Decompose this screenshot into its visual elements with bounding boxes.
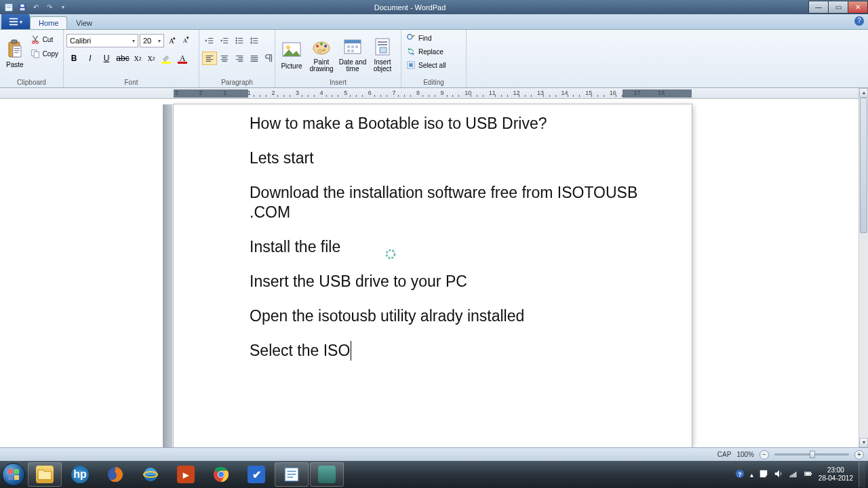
battery-icon[interactable] (804, 469, 813, 480)
taskbar-hp[interactable]: hp (63, 462, 97, 487)
window-title: Document - WordPad (72, 3, 809, 12)
zoom-in-button[interactable]: + (854, 450, 864, 460)
shrink-font-button[interactable]: A▾ (179, 34, 191, 47)
increase-indent-button[interactable] (217, 34, 232, 47)
underline-button[interactable]: U (99, 52, 114, 65)
taskbar-app-teal[interactable] (310, 462, 344, 487)
network-icon[interactable] (789, 469, 798, 480)
picture-button[interactable]: Picture (278, 31, 305, 77)
svg-point-16 (36, 41, 39, 44)
taskbar-app-blue[interactable]: ✔ (239, 462, 273, 487)
volume-icon[interactable] (774, 469, 783, 480)
taskbar-firefox[interactable] (98, 462, 132, 487)
scroll-up-button[interactable]: ▴ (859, 88, 868, 98)
svg-rect-8 (9, 24, 18, 26)
svg-rect-49 (288, 474, 296, 475)
scroll-thumb[interactable] (860, 98, 867, 233)
svg-rect-39 (409, 63, 412, 66)
svg-rect-33 (378, 41, 387, 43)
editing-group-label: Editing (404, 78, 463, 87)
paragraph-6: Open the isotousb utility alrady install… (250, 306, 651, 326)
tab-home[interactable]: Home (30, 16, 67, 29)
font-color-button[interactable]: A (175, 52, 190, 65)
find-button[interactable]: Find (404, 31, 461, 45)
align-right-button[interactable] (232, 52, 247, 65)
bullets-button[interactable] (232, 34, 247, 47)
svg-rect-53 (790, 476, 791, 478)
select-all-button[interactable]: Select all (404, 58, 461, 72)
help-tray-icon[interactable]: ? (735, 469, 745, 480)
svg-point-23 (286, 45, 290, 49)
close-button[interactable]: ✕ (848, 1, 868, 14)
paragraph-4: Install the file (250, 237, 651, 257)
taskbar-media[interactable]: ▸ (169, 462, 203, 487)
font-size-combo[interactable]: 20▾ (140, 34, 164, 47)
wordpad-icon[interactable] (4, 3, 14, 12)
svg-rect-54 (791, 474, 793, 477)
bold-button[interactable]: B (66, 52, 81, 65)
copy-button[interactable]: Copy (28, 47, 60, 60)
ruler[interactable]: 321123456789101112131415161718 (0, 88, 859, 99)
taskbar-ie[interactable] (134, 462, 167, 487)
superscript-button[interactable]: X2 (145, 52, 157, 65)
svg-rect-6 (9, 18, 18, 20)
line-spacing-button[interactable] (247, 34, 262, 47)
start-button[interactable] (0, 461, 27, 488)
align-center-button[interactable] (217, 52, 232, 65)
maximize-button[interactable]: ▭ (828, 1, 848, 14)
svg-rect-12 (14, 48, 20, 49)
ribbon: Paste Cut Copy Clipboard Calibri▾ 20▾ A▴… (0, 30, 868, 88)
system-tray: ? ▴ 23:00 28-04-2012 (735, 462, 868, 487)
subscript-button[interactable]: X2 (132, 52, 144, 65)
taskbar-explorer[interactable] (28, 462, 62, 487)
svg-rect-11 (13, 46, 21, 57)
document-content[interactable]: How to make a Bootable iso to USB Drive?… (250, 114, 651, 375)
paint-drawing-button[interactable]: Paint drawing (307, 31, 336, 77)
align-left-button[interactable] (202, 52, 217, 65)
paragraph-5: Insert the USB drive to your PC (250, 272, 651, 291)
decrease-indent-button[interactable] (202, 34, 217, 47)
help-button[interactable]: ? (854, 16, 864, 26)
taskbar-chrome[interactable] (204, 462, 238, 487)
strikethrough-button[interactable]: abc (115, 52, 130, 65)
zoom-slider[interactable] (774, 453, 849, 455)
minimize-button[interactable]: — (808, 1, 829, 14)
font-family-combo[interactable]: Calibri▾ (66, 34, 138, 47)
date-time-button[interactable]: Date and time (338, 31, 368, 77)
taskbar-wordpad[interactable] (275, 462, 309, 487)
svg-rect-31 (344, 40, 361, 43)
vertical-scrollbar[interactable]: ▴ ▾ (859, 88, 868, 447)
svg-point-37 (408, 35, 412, 39)
paragraph-7: Select the ISO (250, 341, 351, 361)
scroll-down-button[interactable]: ▾ (859, 438, 868, 447)
grow-font-button[interactable]: A▴ (165, 34, 178, 47)
replace-button[interactable]: Replace (404, 45, 461, 58)
quick-access-toolbar: ↶ ↷ ▾ (0, 3, 72, 12)
svg-point-29 (318, 49, 322, 52)
redo-icon[interactable]: ↷ (45, 3, 54, 12)
paragraph-dialog-button[interactable] (262, 52, 277, 65)
tray-expand-icon[interactable]: ▴ (750, 471, 753, 479)
qat-dropdown-icon[interactable]: ▾ (58, 3, 68, 12)
svg-rect-10 (12, 40, 17, 43)
italic-button[interactable]: I (83, 52, 98, 65)
justify-button[interactable] (247, 52, 262, 65)
show-desktop-button[interactable] (859, 462, 865, 487)
highlight-button[interactable] (159, 52, 174, 65)
svg-rect-18 (34, 52, 39, 58)
save-icon[interactable] (18, 3, 27, 12)
file-menu-button[interactable]: ▾ (1, 14, 30, 29)
undo-icon[interactable]: ↶ (31, 3, 41, 12)
zoom-out-button[interactable]: − (760, 450, 769, 460)
insert-group-label: Insert (278, 78, 398, 87)
zoom-level: 100% (736, 451, 754, 458)
cut-button[interactable]: Cut (28, 33, 60, 46)
svg-point-46 (218, 472, 224, 477)
clock[interactable]: 23:00 28-04-2012 (818, 466, 853, 483)
insert-object-button[interactable]: Insert object (369, 31, 396, 77)
paragraph-3: Download the installation software free … (250, 183, 651, 222)
action-center-icon[interactable] (759, 469, 768, 480)
tab-view[interactable]: View (67, 16, 101, 29)
paste-button[interactable]: Paste (3, 31, 27, 76)
page[interactable]: How to make a Bootable iso to USB Drive?… (174, 104, 692, 447)
